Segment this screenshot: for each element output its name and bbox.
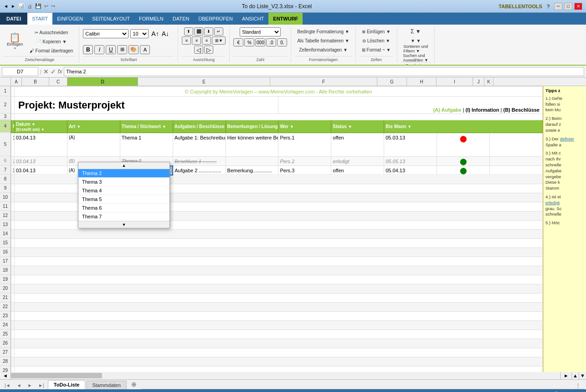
cell-nr-3[interactable]: 3 (11, 166, 15, 175)
menu-einfuegen[interactable]: EINFÜGEN (52, 13, 87, 25)
col-header-i[interactable]: I (437, 77, 473, 86)
row-num-17[interactable]: 17 (0, 257, 10, 266)
underline-button[interactable]: U (106, 45, 116, 54)
row-num-22[interactable]: 22 (0, 302, 10, 311)
cell-wer-2[interactable]: Pers.2 (278, 157, 331, 166)
cell-reference-input[interactable] (2, 67, 38, 76)
cell-wer-3[interactable]: Pers.3 (278, 166, 331, 175)
dropdown-item-thema2-selected[interactable]: Thema 2 (78, 169, 170, 178)
percent-button[interactable]: % (244, 38, 254, 46)
cell-a8[interactable] (11, 175, 15, 184)
fill-button[interactable]: ▼ ▼ (408, 36, 423, 45)
menu-ansicht[interactable]: ANSICHT (237, 13, 268, 25)
row-num-1[interactable]: 1 (0, 86, 10, 96)
menu-seitenlayout[interactable]: SEITENLAYOUT (87, 13, 134, 25)
cell-styles-button[interactable]: Zellenformatvorlagen ▼ (297, 46, 350, 54)
wrap-text-button[interactable]: ↵ (214, 27, 223, 36)
dec-inc-button[interactable]: .0 (266, 38, 276, 46)
cell-bemerkungen-2[interactable] (226, 157, 278, 166)
align-middle-button[interactable]: ⬛ (194, 27, 203, 36)
cell-a14[interactable] (11, 230, 15, 239)
cell-a17[interactable] (11, 257, 15, 266)
cell-datum-3[interactable]: 03.04.13 (15, 166, 67, 175)
font-decrease-button[interactable]: A↓ (161, 30, 170, 37)
cell-21-span[interactable] (15, 294, 543, 303)
formula-cancel-button[interactable]: ✕ (43, 68, 49, 75)
horizontal-scrollbar[interactable] (11, 372, 560, 379)
sheet-tab-todo[interactable]: ToDo-Liste (48, 380, 86, 389)
align-top-button[interactable]: ⬆ (184, 27, 193, 36)
cell-a23[interactable] (11, 312, 15, 321)
fill-color-button[interactable]: 🎨 (129, 45, 139, 54)
cell-27-span[interactable] (15, 348, 543, 357)
number-format-select[interactable]: Standard (240, 27, 281, 36)
row-num-14[interactable]: 14 (0, 229, 10, 238)
scroll-down-btn[interactable]: ▼ (579, 372, 586, 379)
row-num-11[interactable]: 11 (0, 202, 10, 211)
header-datum[interactable]: Datum ▼ (Erstellt am) ▼ (15, 120, 67, 133)
row-num-25[interactable]: 25 (0, 330, 10, 339)
row-num-18[interactable]: 18 (0, 266, 10, 275)
row-num-16[interactable]: 16 (0, 248, 10, 257)
scrollbar-thumb-h[interactable] (11, 373, 102, 378)
restore-button[interactable]: □ (564, 3, 572, 10)
cell-datum-2[interactable]: 03.04.13 (15, 157, 67, 166)
cell-statusicon-3[interactable]: ⬤ (437, 166, 490, 175)
comma-button[interactable]: 000 (255, 38, 265, 46)
cell-aufgaben-3[interactable]: Aufgabe 2 ................ (173, 166, 226, 175)
cell-a10[interactable] (11, 193, 15, 202)
cell-a13[interactable] (11, 221, 15, 230)
cell-a18[interactable] (11, 266, 15, 275)
cell-3-span[interactable] (15, 114, 543, 120)
cell-statusicon-2[interactable]: ⬤ (437, 157, 490, 166)
row-num-13[interactable]: 13 (0, 220, 10, 229)
border-button[interactable]: ⊞ (117, 45, 127, 54)
merge-button[interactable]: ⊞▼ (212, 36, 226, 45)
cell-status-2[interactable]: erledigt (331, 157, 384, 166)
cell-status-3[interactable]: offen (331, 166, 384, 175)
cell-status-1[interactable]: offen (331, 133, 384, 157)
align-right-button[interactable]: ≡ (202, 36, 211, 45)
tab-nav-last[interactable]: ►| (36, 382, 47, 389)
find-select-button[interactable]: Suchen undAuswählen ▼ (401, 54, 431, 62)
row-num-2[interactable]: 2 (0, 96, 10, 113)
header-status[interactable]: Status ▼ (331, 120, 384, 133)
formula-input[interactable] (64, 67, 584, 76)
dropdown-scroll-down[interactable]: ▼ (78, 221, 170, 228)
cut-button[interactable]: ✂ Ausschneiden (27, 29, 76, 37)
col-header-d[interactable]: D (67, 77, 138, 86)
sort-filter-button[interactable]: Sortieren undFiltern ▼ (401, 45, 431, 53)
row-num-20[interactable]: 20 (0, 284, 10, 293)
cell-14-span[interactable] (15, 230, 543, 239)
header-bis-wann[interactable]: Bis Wann ▼ (384, 120, 543, 133)
indent-inc-button[interactable]: ▷ (204, 46, 213, 54)
cell-a2[interactable] (11, 97, 15, 114)
close-button[interactable]: ✕ (574, 3, 582, 10)
dropdown-item-thema7[interactable]: Thema 7 (78, 212, 170, 221)
cell-k1[interactable] (490, 133, 543, 157)
cell-23-span[interactable] (15, 312, 543, 321)
row-num-7[interactable]: 7 (0, 165, 10, 175)
align-center-button[interactable]: ≡ (192, 36, 201, 45)
sum-button[interactable]: Σ ▼ (408, 27, 423, 36)
cell-nr-1[interactable]: 1 (11, 133, 15, 157)
menu-start[interactable]: START (27, 13, 52, 25)
row-num-27[interactable]: 27 (0, 348, 10, 357)
cell-k3[interactable] (490, 166, 543, 175)
cell-a28[interactable] (11, 357, 15, 366)
cell-18-span[interactable] (15, 266, 543, 275)
cell-29-span[interactable] (15, 366, 543, 372)
menu-formeln[interactable]: FORMELN (134, 13, 168, 25)
format-painter-button[interactable]: 🖌 Format übertragen (27, 47, 76, 55)
cell-17-span[interactable] (15, 257, 543, 266)
cell-a26[interactable] (11, 339, 15, 348)
minimize-button[interactable]: ─ (554, 3, 562, 10)
cell-a24[interactable] (11, 321, 15, 330)
row-num-19[interactable]: 19 (0, 275, 10, 284)
paste-button[interactable]: 📋 Einfügen ▼ (4, 28, 26, 56)
cell-biswann-1[interactable]: 05.03.13 (384, 133, 437, 157)
align-left-button[interactable]: ≡ (182, 36, 191, 45)
cell-a27[interactable] (11, 348, 15, 357)
header-bemerkungen[interactable]: Bemerkungen / Lösung ▼ (226, 120, 278, 133)
cell-28-span[interactable] (15, 357, 543, 366)
